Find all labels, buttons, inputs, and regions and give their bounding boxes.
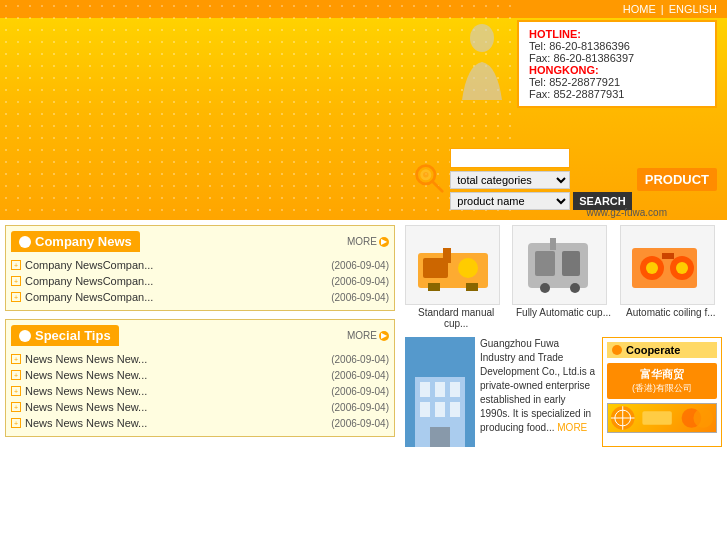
svg-rect-8 <box>443 248 451 263</box>
hk-label: HONGKONG: <box>529 64 705 76</box>
news-item-bullet: + <box>11 292 21 302</box>
search-area: total categories product name SEARCH PRO… <box>413 148 717 210</box>
news-item-link[interactable]: Company NewsCompan... <box>25 259 153 271</box>
news-item[interactable]: + Company NewsCompan... (2006-09-04) <box>11 257 389 273</box>
tips-more-label: MORE <box>347 330 377 341</box>
tip-item-bullet: + <box>11 418 21 428</box>
tip-item[interactable]: + News News News New... (2006-09-04) <box>11 367 389 383</box>
name-select[interactable]: product name <box>450 192 570 210</box>
svg-point-15 <box>570 283 580 293</box>
left-panel: Company News MORE ▶ + Company NewsCompan… <box>0 220 400 545</box>
product-thumb-2[interactable]: Fully Automatic cup... <box>512 225 614 329</box>
product-caption-3: Automatic coiling f... <box>620 307 722 318</box>
tips-bullet <box>19 330 31 342</box>
special-tips-list: + News News News New... (2006-09-04) + N… <box>11 351 389 431</box>
svg-rect-27 <box>450 382 460 397</box>
tip-item-link[interactable]: News News News New... <box>25 401 147 413</box>
news-item-link[interactable]: Company NewsCompan... <box>25 291 153 303</box>
cooperate-sub-text: (香港)有限公司 <box>611 382 713 395</box>
main-content: Company News MORE ▶ + Company NewsCompan… <box>0 220 727 545</box>
tip-item-date: (2006-09-04) <box>331 354 389 365</box>
product-thumb-1[interactable]: Standard manual cup... <box>405 225 507 329</box>
special-tips-section: Special Tips MORE ▶ + News News News New… <box>5 319 395 437</box>
news-item[interactable]: + Company NewsCompan... (2006-09-04) <box>11 289 389 305</box>
company-news-title: Company News <box>11 231 140 252</box>
cooperate-partner-image <box>607 403 717 433</box>
svg-rect-26 <box>435 382 445 397</box>
news-item-left: + Company NewsCompan... <box>11 291 153 303</box>
company-description: Guangzhou Fuwa Industry and Trade Develo… <box>480 337 597 447</box>
cooperate-box: Cooperate 富华商贸 (香港)有限公司 <box>602 337 722 447</box>
svg-line-3 <box>432 181 442 191</box>
cooperate-title: Cooperate <box>607 342 717 358</box>
company-info-box: Guangzhou Fuwa Industry and Trade Develo… <box>405 337 597 447</box>
hk-tel: Tel: 852-28877921 <box>529 76 705 88</box>
tip-item-left: + News News News New... <box>11 353 147 365</box>
tip-item-left: + News News News New... <box>11 369 147 381</box>
svg-rect-13 <box>562 251 580 276</box>
tip-item-bullet: + <box>11 402 21 412</box>
cooperate-label: Cooperate <box>626 344 680 356</box>
product-thumb-3[interactable]: Automatic coiling f... <box>620 225 722 329</box>
more-arrow-icon: ▶ <box>379 237 389 247</box>
category-select[interactable]: total categories <box>450 171 570 189</box>
hotline-box: HOTLINE: Tel: 86-20-81386396 Fax: 86-20-… <box>517 20 717 108</box>
special-tips-title: Special Tips <box>11 325 119 346</box>
news-item-date: (2006-09-04) <box>331 276 389 287</box>
company-more-link[interactable]: MORE <box>557 422 587 433</box>
person-illustration <box>452 20 512 100</box>
tip-item-bullet: + <box>11 386 21 396</box>
company-news-label: Company News <box>35 234 132 249</box>
product-images-row: Standard manual cup... Fully Automatic c… <box>405 225 722 329</box>
bottom-info-row: Guangzhou Fuwa Industry and Trade Develo… <box>405 337 722 447</box>
svg-rect-16 <box>550 238 556 250</box>
svg-rect-31 <box>430 427 450 447</box>
company-news-more-link[interactable]: MORE ▶ <box>347 236 389 247</box>
cooperate-logo-text: 富华商贸 <box>611 367 713 382</box>
svg-rect-10 <box>466 283 478 291</box>
product-label: PRODUCT <box>637 168 717 191</box>
tip-item-bullet: + <box>11 354 21 364</box>
news-item-link[interactable]: Company NewsCompan... <box>25 275 153 287</box>
cooperate-bullet <box>612 345 622 355</box>
search-controls: total categories product name SEARCH <box>450 148 631 210</box>
product-caption-2: Fully Automatic cup... <box>512 307 614 318</box>
svg-point-7 <box>458 258 478 278</box>
title-bullet <box>19 236 31 248</box>
tip-item-date: (2006-09-04) <box>331 386 389 397</box>
tip-item[interactable]: + News News News New... (2006-09-04) <box>11 399 389 415</box>
special-tips-more-link[interactable]: MORE ▶ <box>347 330 389 341</box>
tip-item-link[interactable]: News News News New... <box>25 369 147 381</box>
tip-item[interactable]: + News News News New... (2006-09-04) <box>11 351 389 367</box>
news-item-left: + Company NewsCompan... <box>11 259 153 271</box>
hotline-fax: Fax: 86-20-81386397 <box>529 52 705 64</box>
home-link[interactable]: HOME <box>623 3 656 15</box>
svg-rect-22 <box>662 253 674 259</box>
english-link[interactable]: ENGLISH <box>669 3 717 15</box>
tip-item-left: + News News News New... <box>11 385 147 397</box>
news-item-date: (2006-09-04) <box>331 292 389 303</box>
svg-rect-9 <box>428 283 440 291</box>
nav-separator: | <box>661 3 664 15</box>
company-news-header: Company News MORE ▶ <box>11 231 389 252</box>
svg-rect-25 <box>420 382 430 397</box>
news-item[interactable]: + Company NewsCompan... (2006-09-04) <box>11 273 389 289</box>
hk-fax: Fax: 852-28877931 <box>529 88 705 100</box>
search-selects: total categories product name SEARCH <box>450 171 631 210</box>
svg-point-20 <box>646 262 658 274</box>
tip-item[interactable]: + News News News New... (2006-09-04) <box>11 383 389 399</box>
company-photo <box>405 337 475 447</box>
svg-point-38 <box>693 408 713 428</box>
right-panel: Standard manual cup... Fully Automatic c… <box>400 220 727 545</box>
search-text-input[interactable] <box>450 148 570 168</box>
special-tips-label: Special Tips <box>35 328 111 343</box>
product-image-1 <box>405 225 500 305</box>
tip-item-link[interactable]: News News News New... <box>25 385 147 397</box>
hotline-label: HOTLINE: <box>529 28 705 40</box>
tip-item-link[interactable]: News News News New... <box>25 353 147 365</box>
company-text-content: Guangzhou Fuwa Industry and Trade Develo… <box>480 338 595 433</box>
tip-item[interactable]: + News News News New... (2006-09-04) <box>11 415 389 431</box>
tip-item-date: (2006-09-04) <box>331 402 389 413</box>
tip-item-link[interactable]: News News News New... <box>25 417 147 429</box>
svg-rect-29 <box>435 402 445 417</box>
